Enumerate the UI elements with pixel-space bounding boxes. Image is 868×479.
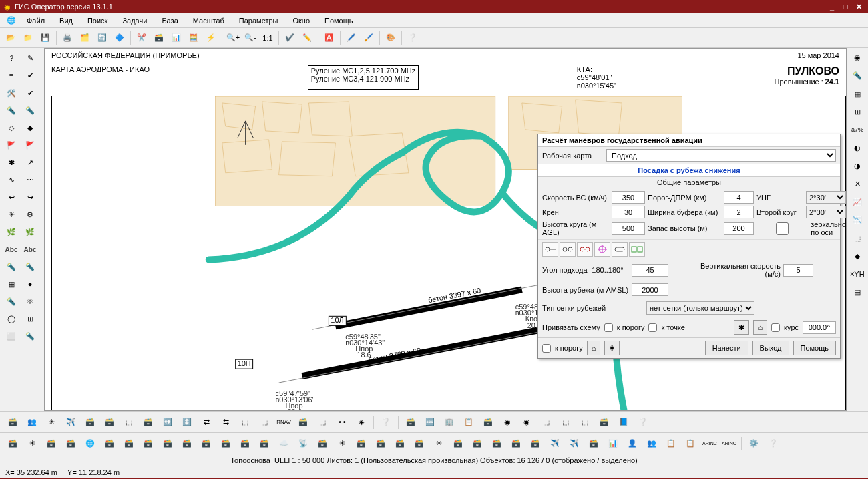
pattern-btn-4[interactable] <box>594 242 610 257</box>
bt1-13[interactable]: ⬚ <box>236 414 254 431</box>
text-icon[interactable]: 🅰️ <box>321 30 337 46</box>
help-button[interactable]: Помощь <box>793 341 837 355</box>
rtool-2[interactable]: 🔦 <box>849 67 865 84</box>
dprm-input[interactable] <box>724 191 754 204</box>
bt1-16[interactable]: 🗃️ <box>294 414 312 431</box>
open-icon[interactable]: 📂 <box>3 30 19 46</box>
close-button[interactable]: ✕ <box>853 2 864 11</box>
tool-l7a[interactable]: ✱ <box>3 154 20 170</box>
tool-l4a[interactable]: 🔦 <box>3 102 20 118</box>
menu-file[interactable]: Файл <box>20 15 51 26</box>
bt2-33[interactable]: 👤 <box>624 435 641 452</box>
palette-icon[interactable]: 🎨 <box>383 30 399 46</box>
save-icon[interactable]: 💾 <box>37 30 53 46</box>
tool-l11b[interactable]: 🌿 <box>21 224 39 240</box>
map-viewport[interactable]: РОССИЙСКАЯ ФЕДЕРАЦИЯ (ПРИМОРЬЕ) 15 мар 2… <box>44 48 847 411</box>
bt1-32[interactable]: 📘 <box>615 414 632 431</box>
bt2-28[interactable]: 🗃️ <box>527 435 544 452</box>
bt2-29[interactable]: ✈️ <box>546 435 564 452</box>
zoom-in-icon[interactable]: 🔍+ <box>225 30 241 46</box>
tool-l15a[interactable]: ◯ <box>3 311 20 327</box>
pattern-btn-5[interactable] <box>612 242 628 257</box>
rtool-8[interactable]: ✕ <box>849 176 865 192</box>
bt1-15[interactable]: RNAV <box>275 414 292 431</box>
bt2-34[interactable]: 👥 <box>643 435 660 452</box>
bt2-38[interactable]: ARINC <box>720 435 738 452</box>
edit-icon[interactable]: ✏️ <box>299 30 315 46</box>
tool-l12a[interactable]: 🔦 <box>3 259 20 275</box>
bt2-8[interactable]: 🗃️ <box>140 435 157 452</box>
ung-select[interactable]: 2°30' <box>806 191 846 204</box>
bt1-30[interactable]: ⬚ <box>576 414 594 431</box>
approach-angle-input[interactable] <box>632 264 668 277</box>
bolt-icon[interactable]: ⚡ <box>203 30 219 46</box>
bt2-13[interactable]: 🗃️ <box>236 435 254 452</box>
bt1-27[interactable]: ◉ <box>518 414 535 431</box>
minimize-button[interactable]: _ <box>827 2 837 11</box>
rtool-11[interactable]: ⬚ <box>849 230 865 246</box>
menu-help[interactable]: Помощь <box>318 15 360 26</box>
bt2-22[interactable]: 🗃️ <box>411 435 428 452</box>
bt2-25[interactable]: 🗃️ <box>469 435 486 452</box>
brush-icon[interactable]: 🖌️ <box>361 30 377 46</box>
bt2-11[interactable]: 🗃️ <box>198 435 215 452</box>
bt1-28[interactable]: ⬚ <box>537 414 555 431</box>
bt1-19[interactable]: ◈ <box>353 414 370 431</box>
pattern-btn-1[interactable] <box>542 242 558 257</box>
tool-abc-b[interactable]: Abc <box>21 241 39 257</box>
bt1-17[interactable]: ⬚ <box>314 414 331 431</box>
buf-input[interactable] <box>724 206 754 218</box>
bt2-2[interactable]: ✳ <box>23 435 41 452</box>
pencil-icon[interactable]: 🖊️ <box>343 30 359 46</box>
speed-input[interactable] <box>612 191 645 204</box>
bind-tool-1[interactable]: ✱ <box>734 320 749 335</box>
tool-l14b[interactable]: ⚛ <box>21 293 39 309</box>
bt2-7[interactable]: 🗃️ <box>120 435 138 452</box>
help-icon[interactable]: ❔ <box>405 30 421 46</box>
menu-scale[interactable]: Масштаб <box>186 15 231 26</box>
tool-l8a[interactable]: ∿ <box>3 172 20 188</box>
rtool-1[interactable]: ◉ <box>849 49 865 65</box>
tool-abc-a[interactable]: Abc <box>3 241 20 257</box>
rtool-12[interactable]: ◆ <box>849 248 865 264</box>
app-menu-icon[interactable]: 🌐 <box>4 15 19 26</box>
mirror-checkbox[interactable] <box>756 222 808 235</box>
tool-l3b[interactable]: ✔ <box>21 85 39 101</box>
bt1-25[interactable]: 🗃️ <box>479 414 497 431</box>
bt2-17[interactable]: 🗃️ <box>314 435 331 452</box>
bt2-40[interactable]: ❔ <box>765 435 782 452</box>
bt2-39[interactable]: ⚙️ <box>745 435 763 452</box>
layers-icon[interactable]: 🗂️ <box>77 30 93 46</box>
tool-l10a[interactable]: ✳ <box>3 206 20 222</box>
tool-l5b[interactable]: ◆ <box>21 120 39 136</box>
menu-tasks[interactable]: Задачи <box>116 15 154 26</box>
bt2-35[interactable]: 📋 <box>662 435 680 452</box>
bt1-12[interactable]: ⇆ <box>217 414 234 431</box>
tool-l11a[interactable]: 🌿 <box>3 224 20 240</box>
bt1-10[interactable]: ↕️ <box>178 414 196 431</box>
bt2-20[interactable]: 🗃️ <box>372 435 389 452</box>
pattern-btn-3[interactable] <box>577 242 593 257</box>
zoom-out-icon[interactable]: 🔍- <box>242 30 258 46</box>
bt2-27[interactable]: 🗃️ <box>507 435 525 452</box>
bt1-33[interactable]: ❔ <box>634 414 652 431</box>
bt1-3[interactable]: ✳ <box>43 414 60 431</box>
rtool-5[interactable]: a7% <box>849 122 865 138</box>
tool-l16b[interactable]: 🔦 <box>21 328 39 344</box>
bind-tool-2[interactable]: ⌂ <box>753 320 767 335</box>
margin-input[interactable] <box>724 222 754 235</box>
bt1-4[interactable]: ✈️ <box>62 414 79 431</box>
bt1-22[interactable]: 🔤 <box>421 414 439 431</box>
bt1-24[interactable]: 📋 <box>460 414 477 431</box>
bt2-37[interactable]: ARINC <box>701 435 718 452</box>
bt1-29[interactable]: ⬚ <box>557 414 574 431</box>
grid-select[interactable]: нет сетки (только маршрут) <box>646 301 754 315</box>
bt2-9[interactable]: 🗃️ <box>159 435 176 452</box>
rtool-10[interactable]: 📉 <box>849 212 865 228</box>
zoom-11[interactable]: 1:1 <box>260 30 276 46</box>
foot-tool-1[interactable]: ⌂ <box>587 341 601 355</box>
bt1-7[interactable]: ⬚ <box>120 414 138 431</box>
bt1-26[interactable]: ◉ <box>499 414 516 431</box>
rtool-9[interactable]: 📈 <box>849 194 865 210</box>
bt1-31[interactable]: 🗃️ <box>596 414 613 431</box>
